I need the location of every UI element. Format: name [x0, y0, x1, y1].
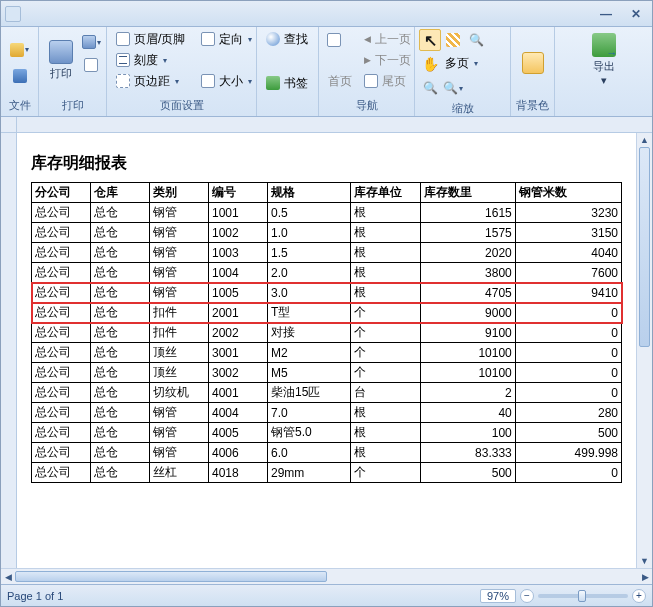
horizontal-scrollbar[interactable]: ◀ ▶ [1, 568, 652, 584]
table-cell: 根 [350, 283, 421, 303]
table-cell: 总仓 [91, 223, 150, 243]
vscroll-thumb[interactable] [639, 147, 650, 347]
scroll-down-arrow[interactable]: ▼ [637, 554, 652, 568]
zoom-in-button[interactable]: 🔍 [465, 29, 487, 51]
many-pages-button[interactable] [442, 29, 464, 51]
table-cell: 总公司 [32, 423, 91, 443]
table-cell: 0.5 [268, 203, 351, 223]
zoom-percent[interactable]: 97% [480, 589, 516, 603]
table-cell: 4018 [209, 463, 268, 483]
folder-open-icon [10, 43, 24, 57]
scale-button[interactable]: 刻度▾ [111, 50, 190, 70]
table-cell: 根 [350, 223, 421, 243]
bgcolor-button[interactable] [518, 48, 548, 78]
zoom-minus-button[interactable]: − [520, 589, 534, 603]
hscroll-track[interactable] [15, 569, 638, 584]
print-options-button[interactable] [80, 54, 102, 76]
magnifier-button[interactable]: 🔍 [419, 77, 441, 99]
table-cell: 切纹机 [150, 383, 209, 403]
table-cell: 总公司 [32, 263, 91, 283]
orientation-button[interactable]: 定向▾ [196, 29, 257, 49]
table-cell: 扣件 [150, 303, 209, 323]
table-cell: 顶丝 [150, 363, 209, 383]
app-icon [5, 6, 21, 22]
header-footer-button[interactable]: 页眉/页脚 [111, 29, 190, 49]
zoom-slider[interactable] [538, 594, 628, 598]
group-search: 查找 书签 [257, 27, 319, 116]
find-button[interactable]: 查找 [261, 29, 313, 49]
table-cell: 个 [350, 363, 421, 383]
scroll-left-arrow[interactable]: ◀ [1, 572, 15, 582]
find-label: 查找 [284, 31, 308, 48]
first-page-text[interactable]: 首页 [323, 71, 357, 91]
hand-tool-button[interactable]: ✋ [419, 53, 441, 75]
table-cell: 2 [421, 383, 515, 403]
table-cell: 钢管 [150, 283, 209, 303]
table-cell: 总仓 [91, 203, 150, 223]
multi-page-button[interactable]: 多页▾ [442, 53, 481, 73]
magnifier-icon: 🔍 [423, 81, 438, 95]
table-cell: 钢管 [150, 403, 209, 423]
table-cell: 4006 [209, 443, 268, 463]
table-body: 总公司总仓钢管10010.5根16153230总公司总仓钢管10021.0根15… [32, 203, 622, 483]
table-cell: 1005 [209, 283, 268, 303]
table-cell: 3001 [209, 343, 268, 363]
next-page-button[interactable]: ▶下一页 [359, 50, 416, 70]
bookmarks-button[interactable]: 书签 [261, 73, 313, 93]
group-zoom-label: 缩放 [419, 99, 506, 119]
table-cell: 钢管 [150, 443, 209, 463]
open-button[interactable]: ▾ [9, 39, 31, 61]
report-table: 分公司仓库类别编号规格库存单位库存数里钢管米数 总公司总仓钢管10010.5根1… [31, 182, 622, 483]
table-cell: 3.0 [268, 283, 351, 303]
scroll-up-arrow[interactable]: ▲ [637, 133, 652, 147]
prev-page-button[interactable]: ◀上一页 [359, 29, 416, 49]
prev-label: 上一页 [375, 31, 411, 48]
table-cell: 根 [350, 243, 421, 263]
table-cell: 3002 [209, 363, 268, 383]
table-cell: 0 [515, 303, 621, 323]
first-page-button[interactable] [323, 29, 345, 51]
export-button[interactable]: 导出 ▾ [584, 29, 624, 91]
table-cell: 总仓 [91, 263, 150, 283]
table-cell: 钢管 [150, 423, 209, 443]
print-button[interactable]: 打印 [43, 29, 78, 91]
size-button[interactable]: 大小▾ [196, 71, 257, 91]
group-pagesetup-label: 页面设置 [111, 96, 252, 116]
table-cell: 10100 [421, 363, 515, 383]
quickprint-button[interactable]: ▾ [80, 31, 102, 53]
last-page-button[interactable]: 尾页 [359, 71, 416, 91]
margins-button[interactable]: 页边距▾ [111, 71, 190, 91]
table-row: 总公司总仓钢管4005钢管5.0根100500 [32, 423, 622, 443]
minimize-button[interactable]: — [594, 6, 618, 22]
zoom-slider-knob[interactable] [578, 590, 586, 602]
table-row: 总公司总仓钢管40066.0根83.333499.998 [32, 443, 622, 463]
orientation-label: 定向 [219, 31, 243, 48]
pointer-tool-button[interactable]: ↖ [419, 29, 441, 51]
table-header-cell: 类别 [150, 183, 209, 203]
table-cell: M5 [268, 363, 351, 383]
table-cell: 9100 [421, 323, 515, 343]
hscroll-thumb[interactable] [15, 571, 327, 582]
group-file-label: 文件 [5, 96, 34, 116]
group-export-label [559, 99, 648, 116]
vertical-scrollbar[interactable]: ▲ ▼ [636, 133, 652, 568]
scroll-right-arrow[interactable]: ▶ [638, 572, 652, 582]
titlebar: — ✕ [1, 1, 652, 27]
close-button[interactable]: ✕ [624, 6, 648, 22]
table-row: 总公司总仓扣件2002对接个91000 [32, 323, 622, 343]
table-cell: 7600 [515, 263, 621, 283]
table-cell: 0 [515, 383, 621, 403]
bookmark-icon [266, 76, 280, 90]
table-cell: 4040 [515, 243, 621, 263]
save-button[interactable] [9, 65, 31, 87]
table-cell: 500 [515, 423, 621, 443]
zoom-out-button[interactable]: 🔍▾ [442, 77, 464, 99]
table-cell: 2.0 [268, 263, 351, 283]
table-cell: 根 [350, 263, 421, 283]
table-cell: 根 [350, 443, 421, 463]
table-row: 总公司总仓钢管10031.5根20204040 [32, 243, 622, 263]
table-header-cell: 编号 [209, 183, 268, 203]
zoom-plus-button[interactable]: + [632, 589, 646, 603]
table-cell: 10100 [421, 343, 515, 363]
table-row: 总公司总仓钢管40047.0根40280 [32, 403, 622, 423]
